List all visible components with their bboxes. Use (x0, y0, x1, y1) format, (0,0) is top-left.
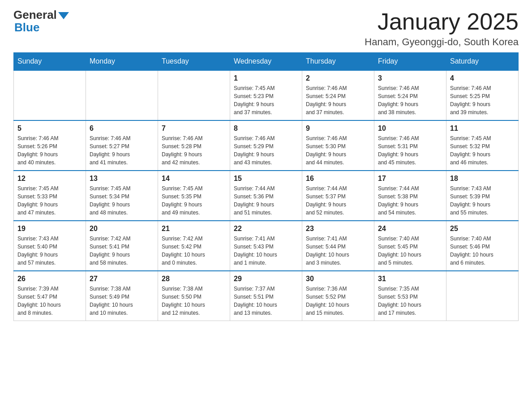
column-header-thursday: Thursday (302, 53, 374, 71)
calendar-cell: 9Sunrise: 7:46 AMSunset: 5:30 PMDaylight… (302, 120, 374, 171)
day-number: 17 (378, 175, 442, 183)
calendar-cell: 25Sunrise: 7:40 AMSunset: 5:46 PMDayligh… (446, 221, 519, 271)
day-info: Sunrise: 7:41 AMSunset: 5:44 PMDaylight:… (306, 235, 370, 267)
day-number: 11 (450, 124, 515, 133)
day-info: Sunrise: 7:42 AMSunset: 5:41 PMDaylight:… (90, 235, 154, 267)
day-info: Sunrise: 7:45 AMSunset: 5:32 PMDaylight:… (450, 134, 515, 167)
day-info: Sunrise: 7:46 AMSunset: 5:27 PMDaylight:… (90, 134, 154, 167)
day-info: Sunrise: 7:44 AMSunset: 5:37 PMDaylight:… (306, 184, 370, 217)
day-number: 15 (234, 175, 298, 183)
calendar-week-row: 26Sunrise: 7:39 AMSunset: 5:47 PMDayligh… (14, 271, 519, 321)
day-number: 3 (378, 74, 442, 82)
day-number: 20 (90, 225, 154, 233)
calendar-cell: 4Sunrise: 7:46 AMSunset: 5:25 PMDaylight… (446, 70, 519, 120)
day-number: 13 (90, 175, 154, 183)
day-number: 14 (162, 175, 226, 183)
day-info: Sunrise: 7:46 AMSunset: 5:24 PMDaylight:… (306, 84, 370, 116)
calendar-cell (158, 70, 230, 120)
day-info: Sunrise: 7:45 AMSunset: 5:34 PMDaylight:… (90, 184, 154, 217)
calendar-cell: 23Sunrise: 7:41 AMSunset: 5:44 PMDayligh… (302, 221, 374, 271)
day-info: Sunrise: 7:39 AMSunset: 5:47 PMDaylight:… (17, 285, 82, 317)
column-header-sunday: Sunday (14, 53, 86, 71)
day-number: 22 (234, 225, 298, 233)
calendar-cell: 24Sunrise: 7:40 AMSunset: 5:45 PMDayligh… (374, 221, 446, 271)
logo: General Blue (13, 9, 69, 34)
day-number: 12 (17, 175, 82, 183)
calendar-cell: 21Sunrise: 7:42 AMSunset: 5:42 PMDayligh… (158, 221, 230, 271)
calendar-header-row: SundayMondayTuesdayWednesdayThursdayFrid… (14, 53, 519, 71)
day-info: Sunrise: 7:43 AMSunset: 5:40 PMDaylight:… (17, 235, 82, 267)
column-header-saturday: Saturday (446, 53, 519, 71)
calendar-cell: 13Sunrise: 7:45 AMSunset: 5:34 PMDayligh… (86, 171, 158, 221)
column-header-tuesday: Tuesday (158, 53, 230, 71)
day-number: 27 (90, 275, 154, 283)
calendar-cell: 27Sunrise: 7:38 AMSunset: 5:49 PMDayligh… (86, 271, 158, 321)
calendar-cell: 28Sunrise: 7:38 AMSunset: 5:50 PMDayligh… (158, 271, 230, 321)
day-info: Sunrise: 7:46 AMSunset: 5:28 PMDaylight:… (162, 134, 226, 167)
calendar-cell: 30Sunrise: 7:36 AMSunset: 5:52 PMDayligh… (302, 271, 374, 321)
day-info: Sunrise: 7:44 AMSunset: 5:38 PMDaylight:… (378, 184, 442, 217)
day-number: 7 (162, 124, 226, 133)
calendar-cell: 2Sunrise: 7:46 AMSunset: 5:24 PMDaylight… (302, 70, 374, 120)
page-header: General Blue January 2025 Hanam, Gyeongg… (13, 9, 519, 48)
calendar-cell: 19Sunrise: 7:43 AMSunset: 5:40 PMDayligh… (14, 221, 86, 271)
calendar-cell: 26Sunrise: 7:39 AMSunset: 5:47 PMDayligh… (14, 271, 86, 321)
day-info: Sunrise: 7:35 AMSunset: 5:53 PMDaylight:… (378, 285, 442, 317)
day-info: Sunrise: 7:45 AMSunset: 5:23 PMDaylight:… (234, 84, 298, 116)
calendar-table: SundayMondayTuesdayWednesdayThursdayFrid… (13, 52, 519, 321)
day-number: 18 (450, 175, 515, 183)
calendar-week-row: 19Sunrise: 7:43 AMSunset: 5:40 PMDayligh… (14, 221, 519, 271)
day-info: Sunrise: 7:46 AMSunset: 5:25 PMDaylight:… (450, 84, 515, 116)
calendar-cell: 6Sunrise: 7:46 AMSunset: 5:27 PMDaylight… (86, 120, 158, 171)
calendar-cell (14, 70, 86, 120)
day-number: 28 (162, 275, 226, 283)
calendar-cell: 7Sunrise: 7:46 AMSunset: 5:28 PMDaylight… (158, 120, 230, 171)
day-number: 24 (378, 225, 442, 233)
column-header-friday: Friday (374, 53, 446, 71)
calendar-week-row: 5Sunrise: 7:46 AMSunset: 5:26 PMDaylight… (14, 120, 519, 171)
calendar-cell: 15Sunrise: 7:44 AMSunset: 5:36 PMDayligh… (230, 171, 302, 221)
day-info: Sunrise: 7:46 AMSunset: 5:26 PMDaylight:… (17, 134, 82, 167)
calendar-cell: 22Sunrise: 7:41 AMSunset: 5:43 PMDayligh… (230, 221, 302, 271)
calendar-cell (446, 271, 519, 321)
day-info: Sunrise: 7:45 AMSunset: 5:35 PMDaylight:… (162, 184, 226, 217)
calendar-week-row: 1Sunrise: 7:45 AMSunset: 5:23 PMDaylight… (14, 70, 519, 120)
calendar-cell: 5Sunrise: 7:46 AMSunset: 5:26 PMDaylight… (14, 120, 86, 171)
calendar-cell: 31Sunrise: 7:35 AMSunset: 5:53 PMDayligh… (374, 271, 446, 321)
day-number: 23 (306, 225, 370, 233)
day-info: Sunrise: 7:36 AMSunset: 5:52 PMDaylight:… (306, 285, 370, 317)
calendar-title: January 2025 (365, 9, 519, 34)
day-number: 4 (450, 74, 515, 82)
calendar-cell: 29Sunrise: 7:37 AMSunset: 5:51 PMDayligh… (230, 271, 302, 321)
day-number: 10 (378, 124, 442, 133)
day-info: Sunrise: 7:44 AMSunset: 5:36 PMDaylight:… (234, 184, 298, 217)
calendar-subtitle: Hanam, Gyeonggi-do, South Korea (365, 36, 519, 48)
calendar-cell: 14Sunrise: 7:45 AMSunset: 5:35 PMDayligh… (158, 171, 230, 221)
day-info: Sunrise: 7:41 AMSunset: 5:43 PMDaylight:… (234, 235, 298, 267)
calendar-cell: 11Sunrise: 7:45 AMSunset: 5:32 PMDayligh… (446, 120, 519, 171)
day-number: 30 (306, 275, 370, 283)
calendar-cell: 10Sunrise: 7:46 AMSunset: 5:31 PMDayligh… (374, 120, 446, 171)
calendar-cell: 3Sunrise: 7:46 AMSunset: 5:24 PMDaylight… (374, 70, 446, 120)
logo-arrow-icon (58, 12, 69, 19)
day-info: Sunrise: 7:42 AMSunset: 5:42 PMDaylight:… (162, 235, 226, 267)
day-info: Sunrise: 7:38 AMSunset: 5:50 PMDaylight:… (162, 285, 226, 317)
day-info: Sunrise: 7:43 AMSunset: 5:39 PMDaylight:… (450, 184, 515, 217)
day-info: Sunrise: 7:46 AMSunset: 5:31 PMDaylight:… (378, 134, 442, 167)
day-info: Sunrise: 7:40 AMSunset: 5:45 PMDaylight:… (378, 235, 442, 267)
calendar-cell: 16Sunrise: 7:44 AMSunset: 5:37 PMDayligh… (302, 171, 374, 221)
calendar-week-row: 12Sunrise: 7:45 AMSunset: 5:33 PMDayligh… (14, 171, 519, 221)
calendar-cell: 17Sunrise: 7:44 AMSunset: 5:38 PMDayligh… (374, 171, 446, 221)
calendar-cell: 1Sunrise: 7:45 AMSunset: 5:23 PMDaylight… (230, 70, 302, 120)
day-number: 5 (17, 124, 82, 133)
calendar-cell: 20Sunrise: 7:42 AMSunset: 5:41 PMDayligh… (86, 221, 158, 271)
day-number: 2 (306, 74, 370, 82)
day-number: 9 (306, 124, 370, 133)
day-number: 31 (378, 275, 442, 283)
day-number: 19 (17, 225, 82, 233)
day-info: Sunrise: 7:40 AMSunset: 5:46 PMDaylight:… (450, 235, 515, 267)
logo-blue-text: Blue (13, 21, 39, 34)
column-header-monday: Monday (86, 53, 158, 71)
day-number: 8 (234, 124, 298, 133)
logo-general-text: General (13, 9, 57, 21)
